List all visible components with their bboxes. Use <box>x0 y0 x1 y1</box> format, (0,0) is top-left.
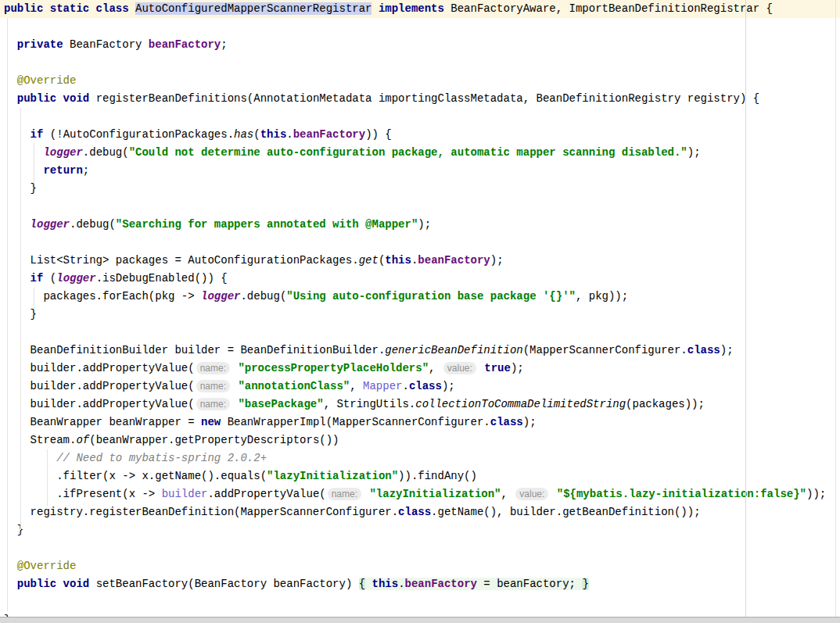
code-token: builder.addPropertyValue( <box>4 398 195 410</box>
code-line: } <box>0 180 840 198</box>
code-token: logger <box>31 218 70 231</box>
code-token: class <box>409 380 442 392</box>
code-token: . <box>398 578 404 590</box>
code-token: ); <box>720 344 734 356</box>
code-token: beanFactory <box>405 578 477 590</box>
code-line <box>0 234 840 252</box>
code-token: this <box>385 254 411 267</box>
code-token: (MapperScannerConfigurer. <box>523 344 687 356</box>
code-token: class <box>398 506 431 518</box>
param-hint: name: <box>196 398 230 410</box>
code-token: . <box>286 128 293 141</box>
code-token: BeanDefinitionBuilder builder = BeanDefi… <box>4 344 385 356</box>
code-token: , <box>350 380 363 392</box>
code-line: BeanDefinitionBuilder builder = BeanDefi… <box>0 342 840 360</box>
code-token: )) { <box>365 128 392 141</box>
code-token: beanFactory <box>418 254 490 267</box>
code-token: )); <box>806 488 826 500</box>
code-line: packages.forEach(pkg -> logger.debug("Us… <box>0 288 840 306</box>
code-token: BeanWrapperImpl(MapperScannerConfigurer. <box>221 416 490 428</box>
code-token: builder <box>162 488 208 500</box>
code-token: ); <box>511 362 524 374</box>
code-token: .isDebugEnabled()) { <box>96 272 228 285</box>
code-token <box>4 74 17 87</box>
code-token: "Could not determine auto-configuration … <box>129 146 687 159</box>
code-line: @Override <box>0 72 840 90</box>
code-line <box>0 324 840 342</box>
code-token: .debug( <box>240 290 286 303</box>
code-token: ); <box>418 218 431 231</box>
code-token: , StringUtils. <box>324 398 416 410</box>
param-hint: name: <box>196 362 230 374</box>
code-token <box>4 218 31 231</box>
code-token: logger <box>43 146 82 159</box>
code-token: this <box>372 578 399 590</box>
code-line: public void setBeanFactory(BeanFactory b… <box>0 575 840 593</box>
code-line: logger.debug("Could not determine auto-c… <box>0 144 840 162</box>
code-line: Stream.of(beanWrapper.getPropertyDescrip… <box>0 431 840 449</box>
code-token: .filter(x -> x.getName().equals( <box>4 470 267 482</box>
code-token: logger <box>56 272 95 285</box>
code-token: , <box>501 488 514 500</box>
param-hint: name: <box>196 380 230 392</box>
code-token: (!AutoConfigurationPackages. <box>43 128 234 141</box>
code-token: "${mybatis.lazy-initialization:false}" <box>557 488 806 500</box>
code-token: } <box>582 578 588 590</box>
horizontal-scrollbar[interactable] <box>0 617 840 623</box>
code-token: } <box>4 308 37 320</box>
code-token: "lazyInitialization" <box>369 488 501 500</box>
code-token: genericBeanDefinition <box>385 344 522 356</box>
code-area[interactable]: public static class AutoConfiguredMapper… <box>0 0 840 623</box>
code-token: "Searching for mappers annotated with @M… <box>116 218 418 231</box>
code-token <box>4 560 17 572</box>
code-line: List<String> packages = AutoConfiguratio… <box>0 252 840 270</box>
code-token: public static class <box>4 2 135 15</box>
code-token: if <box>31 128 44 141</box>
code-token: class <box>490 416 523 428</box>
code-token: beanFactory <box>149 38 221 51</box>
code-line <box>0 593 840 611</box>
code-token: Stream. <box>4 434 76 446</box>
code-token: "lazyInitialization" <box>267 470 398 482</box>
code-token <box>4 272 31 285</box>
code-token: .getName(), builder.getBeanDefinition())… <box>431 506 700 518</box>
code-token: } <box>4 182 37 195</box>
code-token: } <box>4 524 23 536</box>
code-token: . <box>402 380 408 392</box>
code-token: registry.registerBeanDefinition(MapperSc… <box>4 506 398 518</box>
code-token: public void <box>17 92 89 105</box>
code-token: has <box>234 128 253 141</box>
code-token: new <box>201 416 221 428</box>
code-token: setBeanFactory(BeanFactory beanFactory) <box>89 578 358 590</box>
code-token <box>4 128 31 141</box>
code-token: logger <box>201 290 240 303</box>
code-token <box>4 452 56 464</box>
code-line <box>0 198 840 216</box>
code-token: .debug( <box>83 146 129 159</box>
code-line: .ifPresent(x -> builder.addPropertyValue… <box>0 485 840 503</box>
code-token: = beanFactory; <box>477 578 582 590</box>
code-token: this <box>260 128 287 141</box>
code-token: .addPropertyValue( <box>207 488 325 500</box>
code-line: builder.addPropertyValue(name: "basePack… <box>0 396 840 414</box>
code-line <box>0 108 840 126</box>
code-line: @Override <box>0 557 840 575</box>
code-line <box>0 18 840 36</box>
code-token: BeanFactory <box>63 38 149 51</box>
code-token: public void <box>17 578 89 590</box>
code-line <box>0 54 840 72</box>
param-hint: value: <box>515 488 548 500</box>
code-line: public static class AutoConfiguredMapper… <box>0 0 840 18</box>
code-token: beanFactory <box>293 128 365 141</box>
code-token: BeanWrapper beanWrapper = <box>4 416 201 428</box>
code-token: )).findAny() <box>398 470 477 482</box>
code-line: builder.addPropertyValue(name: "processP… <box>0 360 840 378</box>
code-token: "processPropertyPlaceHolders" <box>238 362 429 374</box>
code-token <box>550 488 556 500</box>
code-editor[interactable]: public static class AutoConfiguredMapper… <box>0 0 840 623</box>
code-line: return; <box>0 162 840 180</box>
code-token: implements <box>379 2 444 15</box>
code-token: private <box>17 38 63 51</box>
code-token: class <box>687 344 720 356</box>
code-token: ( <box>253 128 260 141</box>
